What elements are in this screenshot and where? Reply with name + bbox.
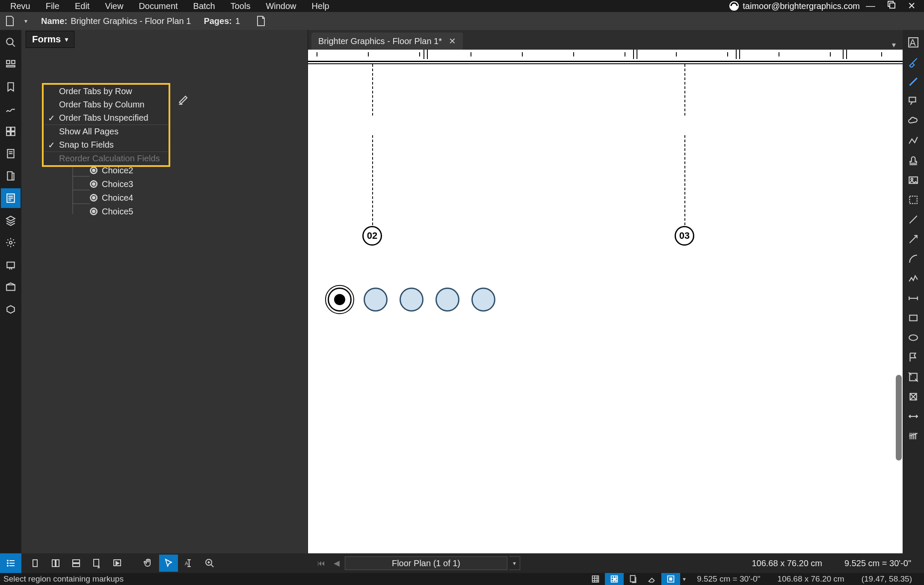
scale-readout[interactable]: 9.525 cm = 30'-0" (834, 558, 921, 568)
dimmer-toggle[interactable] (661, 573, 680, 585)
count-tool-button[interactable] (903, 426, 923, 446)
pen-tool-button[interactable] (903, 72, 923, 92)
close-tab-icon[interactable]: ✕ (449, 36, 456, 46)
radio-field-choice4[interactable] (435, 288, 459, 312)
tab-overflow-chevron[interactable]: ▾ (885, 40, 903, 50)
field-edit-icon[interactable] (178, 93, 190, 105)
sets-panel-button[interactable] (1, 166, 21, 186)
forms-panel-button[interactable] (1, 188, 21, 208)
field-choice5[interactable]: Choice5 (90, 205, 133, 218)
svg-rect-45 (52, 560, 55, 567)
menu-file[interactable]: File (38, 0, 67, 12)
markups-list-toggle[interactable] (0, 553, 21, 573)
line-tool-button[interactable] (903, 210, 923, 229)
svg-rect-20 (7, 262, 14, 268)
search-panel-button[interactable] (1, 33, 21, 52)
layers-panel-button[interactable] (1, 211, 21, 230)
ellipse-tool-button[interactable] (903, 328, 923, 347)
dropdown-order-unspecified[interactable]: Order Tabs Unspecified (44, 111, 169, 125)
file-dropdown-icon[interactable] (2, 13, 18, 29)
split-vertical-view-button[interactable] (46, 555, 65, 572)
single-page-view-button[interactable] (26, 555, 44, 572)
image-tool-button[interactable] (903, 170, 923, 190)
studio-panel-button[interactable] (1, 255, 21, 275)
svg-rect-46 (56, 560, 59, 567)
flag-tool-button[interactable] (903, 347, 923, 367)
status-scale-readout[interactable]: 9.525 cm = 30'-0" (688, 574, 769, 584)
document-tab[interactable]: Brighter Graphics - Floor Plan 1* ✕ (311, 33, 463, 50)
toolchest-panel-button[interactable] (1, 122, 21, 141)
menu-batch[interactable]: Batch (186, 0, 223, 12)
menu-revu[interactable]: Revu (3, 0, 38, 12)
menu-document[interactable]: Document (131, 0, 185, 12)
presentation-button[interactable] (108, 555, 127, 572)
links-panel-button[interactable] (1, 277, 21, 297)
menu-edit[interactable]: Edit (67, 0, 97, 12)
radio-field-choice2[interactable] (364, 288, 388, 312)
dropdown-snap-to-fields[interactable]: Snap to Fields (44, 138, 169, 151)
field-choice3[interactable]: Choice3 (90, 177, 133, 191)
pan-tool-button[interactable] (139, 555, 157, 572)
bookmarks-panel-button[interactable] (1, 77, 21, 97)
polyline-tool-button[interactable] (903, 131, 923, 151)
thumbnails-panel-button[interactable] (1, 55, 21, 74)
svg-rect-62 (9, 565, 15, 566)
settings-panel-button[interactable] (1, 233, 21, 252)
nav-first-page[interactable]: ⏮ (314, 559, 329, 568)
cloud-tool-button[interactable] (903, 111, 923, 131)
radio-field-choice3[interactable] (400, 288, 424, 312)
nav-prev-page[interactable]: ◀ (330, 558, 343, 568)
dropdown-show-all-pages[interactable]: Show All Pages (44, 125, 169, 138)
stamp-tool-button[interactable] (903, 151, 923, 170)
page-select[interactable]: Floor Plan (1 of 1) (345, 556, 507, 570)
page-select-chevron[interactable]: ▾ (509, 556, 520, 570)
rectangle-tool-button[interactable] (903, 308, 923, 328)
new-page-icon[interactable] (253, 13, 269, 29)
zoom-tool-button[interactable] (200, 555, 219, 572)
sync-toggle[interactable] (624, 573, 643, 585)
callout-tool-button[interactable] (903, 92, 923, 111)
polygon-tool-button[interactable] (903, 387, 923, 407)
ruler-tick (633, 50, 637, 59)
split-horizontal-view-button[interactable] (67, 555, 86, 572)
new-view-button[interactable] (87, 555, 106, 572)
account-info[interactable]: taimoor@brightergraphics.com (729, 1, 860, 11)
polyline2-tool-button[interactable] (903, 269, 923, 288)
menu-window[interactable]: Window (258, 0, 304, 12)
minimize-button[interactable]: — (860, 0, 881, 12)
dimension-tool-button[interactable] (903, 288, 923, 308)
eraser-toggle[interactable] (643, 573, 661, 585)
arrow-tool-button[interactable] (903, 229, 923, 249)
highlight-tool-button[interactable] (903, 52, 923, 72)
radio-field-choice5[interactable] (471, 288, 495, 312)
close-button[interactable]: ✕ (902, 0, 921, 12)
snap-toggle[interactable] (605, 573, 624, 585)
dropdown-order-by-row[interactable]: Order Tabs by Row (44, 85, 169, 98)
dropdown-order-by-column[interactable]: Order Tabs by Column (44, 98, 169, 111)
measure-width-tool-button[interactable] (903, 407, 923, 426)
menu-view[interactable]: View (97, 0, 131, 12)
arc-tool-button[interactable] (903, 249, 923, 269)
maximize-button[interactable] (881, 0, 902, 12)
forms-dropdown-button[interactable]: Forms ▾ (26, 31, 74, 48)
svg-rect-58 (9, 560, 15, 561)
svg-rect-7 (6, 65, 15, 67)
text-select-tool-button[interactable]: A (180, 555, 198, 572)
crop-tool-button[interactable] (903, 367, 923, 387)
document-canvas[interactable]: // tick marks generated below after data… (308, 50, 903, 553)
signatures-panel-button[interactable] (1, 99, 21, 119)
snapshot-tool-button[interactable] (903, 190, 923, 210)
file-dropdown-chevron[interactable]: ▾ (21, 18, 30, 24)
grid-toggle[interactable] (586, 573, 605, 585)
radio-field-choice1[interactable] (328, 288, 352, 312)
field-choice4[interactable]: Choice4 (90, 191, 133, 205)
spaces-panel-button[interactable] (1, 300, 21, 319)
ruler-tick-minor (727, 52, 729, 56)
properties-panel-button[interactable] (1, 144, 21, 163)
text-tool-button[interactable]: A (903, 33, 923, 52)
menu-tools[interactable]: Tools (223, 0, 258, 12)
menu-help[interactable]: Help (304, 0, 337, 12)
dimmer-dropdown[interactable]: ▾ (680, 576, 688, 582)
select-tool-button[interactable] (159, 555, 178, 572)
vertical-scrollbar[interactable] (896, 375, 902, 460)
